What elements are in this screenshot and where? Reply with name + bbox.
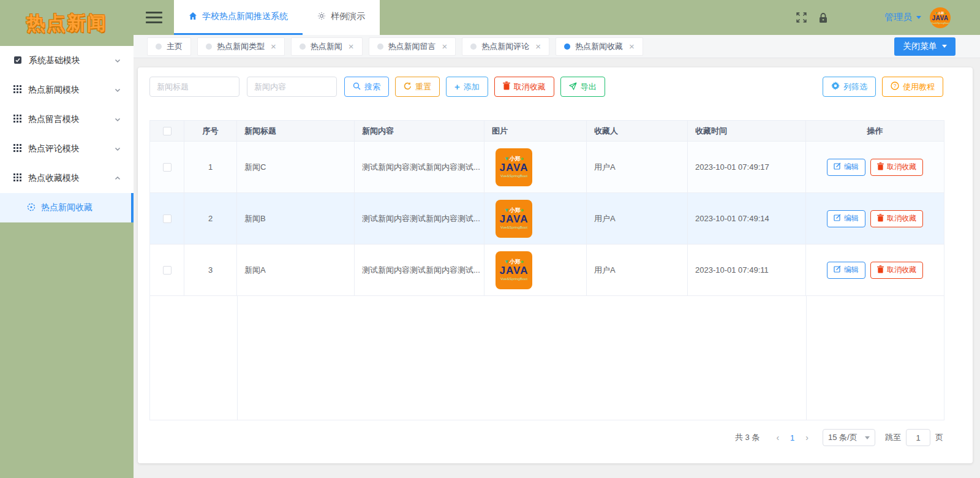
row-checkbox[interactable]: [163, 266, 172, 275]
tag-news-message[interactable]: 热点新闻留言 ×: [369, 37, 456, 56]
close-icon[interactable]: ×: [349, 42, 354, 51]
avatar[interactable]: ▼小郑● JAVA Vue&SpringBoot: [930, 7, 951, 28]
tutorial-button[interactable]: ? 使用教程: [882, 77, 943, 97]
cancel-favorite-row-button[interactable]: 取消收藏: [870, 210, 923, 227]
table-row[interactable]: 3 新闻A 测试新闻内容测试新闻内容测试... ▼小郑● JAVA Vue&Sp…: [150, 245, 944, 296]
sidebar-item-label: 系统基础模块: [29, 55, 80, 66]
sidebar-subitem-label: 热点新闻收藏: [41, 202, 92, 213]
search-button[interactable]: 搜索: [344, 77, 389, 97]
page-unit-label: 页: [935, 432, 943, 443]
hamburger-icon[interactable]: [134, 0, 174, 35]
sidebar-item-news-module[interactable]: 热点新闻模块: [0, 75, 134, 105]
tag-news-favorite[interactable]: 热点新闻收藏 ×: [556, 37, 643, 56]
news-image[interactable]: ▼小郑● JAVA Vue&SpringBoot: [496, 200, 532, 238]
caret-down-icon: [865, 436, 870, 439]
cell-collector: 用户A: [587, 142, 688, 193]
edit-button[interactable]: 编辑: [827, 159, 865, 176]
table-empty-area: [150, 296, 944, 420]
tag-news[interactable]: 热点新闻 ×: [291, 37, 363, 56]
content-area: 搜索 重置 + 添加 取消收藏: [134, 58, 980, 478]
edit-button[interactable]: 编辑: [827, 210, 865, 227]
close-icon[interactable]: ×: [442, 42, 448, 51]
export-button[interactable]: 导出: [560, 77, 605, 97]
lock-icon[interactable]: [818, 12, 828, 23]
close-icon[interactable]: ×: [271, 42, 276, 51]
column-header-actions: 操作: [806, 121, 944, 142]
close-icon[interactable]: ×: [629, 42, 635, 51]
sidebar-item-label: 热点评论模块: [28, 143, 80, 154]
vue-logo-icon: ▼: [504, 259, 510, 265]
plus-icon: +: [454, 82, 460, 91]
prev-page-icon[interactable]: ‹: [771, 433, 785, 442]
cancel-favorite-row-button[interactable]: 取消收藏: [870, 262, 923, 279]
column-header-index: 序号: [184, 121, 237, 142]
news-title-input[interactable]: [149, 77, 239, 97]
cell-content: 测试新闻内容测试新闻内容测试...: [355, 142, 484, 193]
news-image[interactable]: ▼小郑● JAVA Vue&SpringBoot: [496, 251, 532, 289]
tag-news-type[interactable]: 热点新闻类型 ×: [197, 37, 285, 56]
edit-button[interactable]: 编辑: [827, 262, 865, 279]
next-page-icon[interactable]: ›: [800, 433, 814, 442]
column-divider: [237, 296, 238, 420]
chevron-down-icon: [114, 116, 121, 123]
row-checkbox[interactable]: [163, 163, 172, 172]
sidebar-item-label: 热点新闻模块: [28, 85, 80, 96]
vue-logo-icon: ▼: [504, 156, 510, 162]
jump-label: 跳至: [885, 432, 901, 443]
news-image[interactable]: ▼小郑● JAVA Vue&SpringBoot: [496, 148, 532, 186]
leaf-icon: ●: [521, 259, 524, 265]
news-content-input[interactable]: [247, 77, 337, 97]
close-icon[interactable]: ×: [535, 42, 541, 51]
caret-down-icon: [916, 16, 921, 19]
jump-page-input[interactable]: [906, 429, 930, 446]
trash-icon: [877, 162, 884, 172]
trash-icon: [877, 265, 884, 275]
toolbar: 搜索 重置 + 添加 取消收藏: [138, 67, 973, 97]
sidebar-item-system-base[interactable]: 系统基础模块: [0, 46, 134, 75]
page-size-select[interactable]: 15 条/页: [823, 429, 875, 446]
topbar-right: 管理员 ▼小郑● JAVA Vue&SpringBoot: [796, 0, 980, 35]
grid-icon: [13, 85, 21, 95]
cell-title: 新闻A: [237, 245, 355, 296]
avatar-java-text: JAVA: [932, 15, 948, 21]
trash-icon: [503, 82, 510, 92]
sidebar-item-message-module[interactable]: 热点留言模块: [0, 105, 134, 134]
user-menu[interactable]: 管理员: [884, 12, 921, 23]
caret-down-icon: [942, 45, 947, 48]
trash-icon: [877, 214, 884, 224]
cancel-favorite-row-button[interactable]: 取消收藏: [870, 159, 923, 176]
cell-time: 2023-10-01 07:49:14: [688, 193, 806, 245]
nav-tab-demo[interactable]: 样例演示: [303, 0, 380, 35]
sidebar-item-label: 热点留言模块: [28, 114, 80, 125]
sidebar-item-favorite-module[interactable]: 热点收藏模块: [0, 164, 134, 193]
sidebar-filler: [0, 222, 134, 478]
reset-button[interactable]: 重置: [395, 77, 440, 97]
table-zone: 序号 新闻标题 新闻内容 图片 收藏人 收藏时间 操作 1 新闻C: [138, 97, 973, 420]
sidebar-subitem-news-favorite[interactable]: 热点新闻收藏: [0, 193, 134, 222]
chevron-up-icon: [114, 175, 121, 182]
tag-dot-icon: [206, 44, 212, 50]
checkbox-check-icon: [13, 56, 22, 66]
tag-home[interactable]: 主页: [147, 37, 191, 56]
table-row[interactable]: 1 新闻C 测试新闻内容测试新闻内容测试... ▼小郑● JAVA Vue&Sp…: [150, 142, 944, 193]
column-header-content: 新闻内容: [355, 121, 484, 142]
select-all-checkbox[interactable]: [163, 127, 172, 135]
close-menu-button[interactable]: 关闭菜单: [894, 37, 956, 56]
table-row[interactable]: 2 新闻B 测试新闻内容测试新闻内容测试... ▼小郑● JAVA Vue&Sp…: [150, 193, 944, 245]
add-button[interactable]: + 添加: [446, 77, 488, 97]
fullscreen-icon[interactable]: [796, 12, 807, 23]
tag-news-comment[interactable]: 热点新闻评论 ×: [462, 37, 549, 56]
app-logo-text: 热点新闻: [26, 10, 107, 36]
cancel-favorite-button[interactable]: 取消收藏: [494, 77, 554, 97]
tag-dot-icon: [470, 44, 477, 50]
send-icon: [569, 82, 577, 92]
sidebar-item-label: 热点收藏模块: [28, 173, 80, 184]
sidebar-item-comment-module[interactable]: 热点评论模块: [0, 134, 134, 164]
column-filter-button[interactable]: 列筛选: [823, 77, 876, 97]
page-number[interactable]: 1: [785, 433, 800, 442]
pagination: 共 3 条 ‹ 1 › 15 条/页 跳至 页: [138, 420, 973, 446]
nav-tab-label: 样例演示: [331, 11, 365, 22]
row-checkbox[interactable]: [163, 214, 172, 223]
nav-tab-system[interactable]: 学校热点新闻推送系统: [174, 0, 303, 35]
cell-index: 2: [184, 193, 237, 245]
